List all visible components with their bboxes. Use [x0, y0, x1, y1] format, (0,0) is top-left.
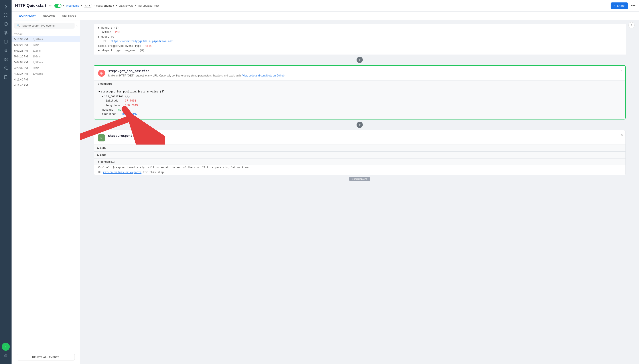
iss-return-value-block: steps.get_iss_position.$return_value {3}… [94, 87, 625, 119]
tab-settings[interactable]: SETTINGS [59, 12, 80, 20]
sidebar-item-expand[interactable]: ❯ [2, 2, 10, 10]
event-row[interactable]: 4:23:37 PM 1,467ms [12, 71, 80, 77]
header-dot3: • [94, 4, 95, 7]
node-logo: N [98, 134, 105, 142]
search-wrap: 🔍 [14, 22, 75, 28]
svg-rect-2 [4, 58, 5, 59]
execution-end-label: Execution end [349, 177, 370, 181]
code-line: steps.trigger.pd_event_type: test [98, 44, 621, 48]
step-icon-iss: ⊕ [98, 69, 106, 77]
sidebar-item-account[interactable]: @ [2, 352, 10, 360]
step-title-respond: steps.respond [108, 134, 132, 138]
event-row[interactable]: 5:09:26 PM 53ms [12, 42, 80, 48]
code-line: ▶ query {0} [98, 35, 621, 39]
header-dot5: • [135, 4, 136, 7]
share-button[interactable]: ↑ Share [610, 2, 628, 9]
header-meta: • @pd-demo • v.4 ▾ • code: private ▾ • d… [54, 4, 608, 8]
workflow-canvas: ▶ headers {6} method: POST ▶ query {0} u… [80, 20, 639, 364]
sidebar-item-users[interactable] [2, 64, 10, 72]
code-visibility: code: private ▾ [96, 4, 114, 7]
step-code-section[interactable]: code [94, 152, 625, 158]
step-card-respond: × N steps.respond auth [94, 130, 626, 175]
code-line: url: https://enmr8zm1ygqk9da.m.pipedream… [98, 39, 621, 44]
svg-text:⊕: ⊕ [100, 72, 103, 75]
step-icon-respond: N [97, 134, 105, 142]
header-dot: • [63, 4, 64, 7]
edit-title-icon[interactable]: ✏ [49, 4, 52, 8]
workflow-toggle[interactable] [54, 4, 62, 8]
event-row[interactable]: 4:23:39 PM 39ms [12, 65, 80, 71]
sidebar-item-settings-nav[interactable]: ⚙ [2, 46, 10, 54]
search-input[interactable] [21, 24, 72, 27]
delete-all-events-button[interactable]: DELETE ALL EVENTS [17, 354, 75, 360]
console-output: Couldn't $respond immediately, will do s… [94, 165, 625, 170]
step-configure-section[interactable]: configure [94, 80, 625, 87]
tab-workflow[interactable]: WORKFLOW [15, 12, 39, 20]
close-step-iss-button[interactable]: × [620, 68, 622, 72]
step-desc-iss: Make an HTTP `GET` request to any URL. O… [108, 74, 285, 78]
more-options-button[interactable]: ••• [631, 3, 635, 8]
add-step-connector-2: + [94, 120, 626, 130]
workflow-title: HTTP Quickstart [15, 3, 46, 8]
events-panel: 🔍 ‹ Today 5:16:33 PM 3,861ms 5:09:26 PM … [12, 20, 80, 364]
header-dot2: • [81, 4, 82, 7]
event-row[interactable]: 5:09:25 PM 313ms [12, 48, 80, 54]
event-row[interactable]: 4:11:40 PM [12, 82, 80, 88]
version-badge[interactable]: v.4 ▾ [84, 4, 92, 8]
sidebar-item-workflow-nav[interactable] [2, 11, 10, 19]
svg-rect-5 [4, 60, 5, 61]
svg-point-1 [4, 40, 7, 41]
event-row[interactable]: 5:04:10 PM 109ms [12, 54, 80, 60]
sidebar-item-pin[interactable] [2, 29, 10, 37]
close-step-respond-button[interactable]: × [621, 133, 623, 137]
no-return-line: No return values or exports for this ste… [94, 170, 625, 175]
share-icon: ↑ [614, 4, 616, 7]
code-arrow-icon [97, 154, 99, 156]
sidebar-item-routes[interactable] [2, 20, 10, 28]
step-title-iss: steps.get_iss_position [108, 69, 285, 73]
sidebar: ❯ ⚙ ↑ @ [0, 0, 12, 364]
step-github-link[interactable]: View code and contribute on Github. [242, 74, 285, 77]
step-header-iss: ⊕ steps.get_iss_position Make an HTTP `G… [94, 66, 625, 80]
help-button[interactable]: ? [628, 22, 634, 28]
return-value-arrow-icon [99, 90, 100, 94]
event-row[interactable]: 5:04:07 PM 2,880ms [12, 60, 80, 65]
code-line: method: POST [98, 30, 621, 34]
add-step-button-2[interactable]: + [357, 122, 363, 128]
console-arrow-icon [97, 160, 100, 164]
code-line: ▶ steps.trigger.raw_event {6} [98, 48, 621, 53]
sidebar-item-docs[interactable] [2, 73, 10, 81]
tab-readme[interactable]: README [39, 12, 59, 20]
collapse-panel-button[interactable]: ‹ [76, 24, 77, 28]
events-list: Today 5:16:33 PM 3,861ms 5:09:26 PM 53ms… [12, 31, 80, 350]
header: HTTP Quickstart ✏ • @pd-demo • v.4 ▾ • c… [12, 0, 639, 12]
step-console-section[interactable]: console (1) [94, 158, 625, 165]
user-badge: @pd-demo [66, 4, 79, 7]
event-row[interactable]: 5:16:33 PM 3,861ms [12, 36, 80, 42]
events-section-today: Today [12, 31, 80, 36]
step-header-respond: N steps.respond [94, 130, 625, 144]
step-auth-section[interactable]: auth [94, 144, 625, 152]
return-link[interactable]: return values or exports [103, 171, 142, 174]
header-dot4: • [116, 4, 117, 7]
event-row[interactable]: 4:11:40 PM [12, 77, 80, 82]
step-card-get-iss-position: × ⊕ steps.get_iss_position Make an HTTP … [94, 65, 626, 119]
trigger-code-block: ▶ headers {6} method: POST ▶ query {0} u… [94, 24, 626, 54]
svg-rect-3 [6, 58, 7, 59]
sidebar-item-database[interactable] [2, 38, 10, 46]
add-step-button-1[interactable]: + [357, 57, 363, 63]
iss-position-arrow-icon [102, 94, 103, 99]
events-panel-header: 🔍 ‹ [12, 20, 80, 31]
data-visibility: data: private [119, 4, 133, 7]
code-line: ▶ headers {6} [98, 26, 621, 30]
content-area: 🔍 ‹ Today 5:16:33 PM 3,861ms 5:09:26 PM … [12, 20, 639, 364]
search-icon: 🔍 [17, 24, 20, 27]
svg-rect-4 [6, 60, 7, 61]
configure-arrow-icon [98, 82, 99, 85]
sidebar-item-notifications[interactable]: ↑ [2, 343, 10, 351]
tab-bar: WORKFLOW README SETTINGS [12, 12, 639, 20]
svg-point-6 [5, 67, 6, 68]
add-step-connector-1: + [94, 54, 626, 65]
sidebar-item-grid[interactable] [2, 56, 10, 64]
last-updated: last updated: now [138, 4, 159, 7]
